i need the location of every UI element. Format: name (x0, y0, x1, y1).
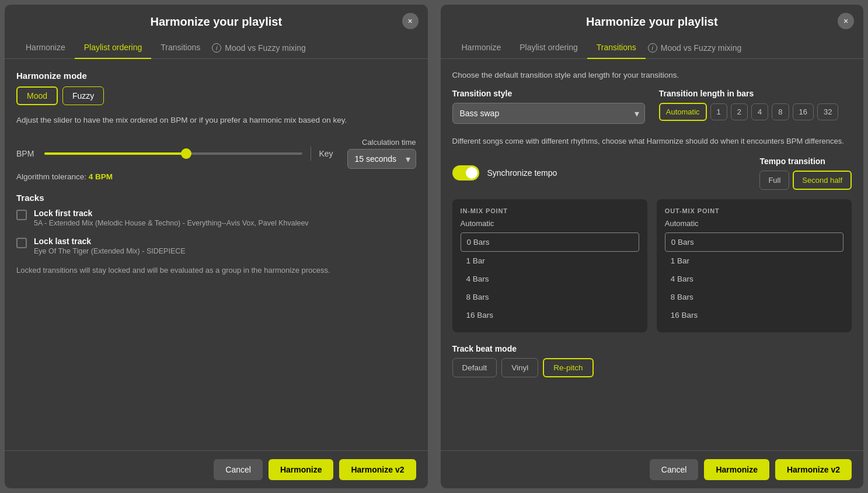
tempo-section: Tempo transition Full Second half (759, 157, 852, 190)
bpm-label: BPM (16, 149, 36, 158)
left-close-button[interactable]: × (402, 13, 419, 29)
left-panel-title: Harmonize your playlist (150, 15, 282, 29)
description-text: Adjust the slider to have the mix ordere… (16, 114, 416, 126)
transition-style-col: Transition style Bass swap Echo out Spin… (452, 89, 645, 124)
left-harmonize-v2-button[interactable]: Harmonize v2 (339, 459, 416, 480)
transition-length-col: Transition length in bars Automatic 1 2 … (659, 89, 852, 121)
calc-time-select[interactable]: 5 seconds 15 seconds 30 seconds 60 secon… (347, 149, 416, 169)
tab-mood-fuzzy-right[interactable]: i Mood vs Fuzzy mixing (646, 37, 744, 58)
bar-btn-1[interactable]: 1 (710, 103, 727, 120)
lock-first-track-item: Lock first track 5A - Extended Mix (Melo… (16, 209, 416, 227)
lock-last-checkbox[interactable] (16, 238, 27, 248)
in-mix-box: IN-MIX POINT Automatic 0 Bars 1 Bar 4 Ba… (452, 199, 647, 332)
out-mix-item-2[interactable]: 4 Bars (665, 270, 843, 288)
out-mix-list: 0 Bars 1 Bar 4 Bars 8 Bars 16 Bars (665, 232, 843, 324)
transition-style-label: Transition style (452, 89, 645, 98)
tab-transitions-right[interactable]: Transitions (587, 37, 646, 59)
lock-last-track-item: Lock last track Eye Of The Tiger (Extend… (16, 237, 416, 255)
mix-points: IN-MIX POINT Automatic 0 Bars 1 Bar 4 Ba… (452, 199, 852, 332)
slider-divider (311, 147, 311, 161)
bar-btn-8[interactable]: 8 (772, 103, 789, 120)
in-mix-item-3[interactable]: 8 Bars (461, 288, 639, 306)
left-panel-footer: Cancel Harmonize Harmonize v2 (5, 450, 428, 488)
right-panel-header: Harmonize your playlist × (441, 5, 864, 37)
in-mix-item-4[interactable]: 16 Bars (461, 306, 639, 324)
intro-text: Choose the default transition style and … (452, 71, 852, 79)
mode-fuzzy-button[interactable]: Fuzzy (62, 86, 104, 105)
mode-mood-button[interactable]: Mood (16, 86, 58, 105)
tempo-transition-label: Tempo transition (759, 157, 852, 166)
bpm-note: Different songs come with different rhyt… (452, 136, 852, 147)
in-mix-item-1[interactable]: 1 Bar (461, 252, 639, 270)
lock-first-subtitle: 5A - Extended Mix (Melodic House & Techn… (34, 219, 309, 227)
tolerance-text: Algorithm tolerance: 4 BPM (16, 172, 416, 181)
right-panel-footer: Cancel Harmonize Harmonize v2 (441, 450, 864, 488)
left-harmonize-button[interactable]: Harmonize (269, 459, 334, 480)
tracks-section: Tracks Lock first track 5A - Extended Mi… (16, 193, 416, 255)
tempo-btn-second-half[interactable]: Second half (793, 171, 852, 190)
beat-mode-section: Track beat mode Default Vinyl Re-pitch (452, 344, 852, 377)
tab-transitions-left[interactable]: Transitions (151, 37, 210, 59)
toggle-thumb (466, 167, 477, 179)
tab-harmonize-left[interactable]: Harmonize (16, 37, 75, 59)
lock-last-info: Lock last track Eye Of The Tiger (Extend… (34, 237, 186, 255)
left-sync: Synchronize tempo (452, 165, 557, 180)
out-mix-item-3[interactable]: 8 Bars (665, 288, 843, 306)
out-mix-item-1[interactable]: 1 Bar (665, 252, 843, 270)
tab-harmonize-right[interactable]: Harmonize (452, 37, 511, 59)
in-mix-item-2[interactable]: 4 Bars (461, 270, 639, 288)
bar-btn-automatic[interactable]: Automatic (659, 103, 707, 121)
right-cancel-button[interactable]: Cancel (650, 459, 699, 480)
in-mix-auto-label: Automatic (461, 219, 639, 228)
sync-tempo-row: Synchronize tempo Tempo transition Full … (452, 157, 852, 190)
right-close-button[interactable]: × (838, 13, 854, 29)
beat-buttons: Default Vinyl Re-pitch (452, 358, 852, 377)
tab-mood-fuzzy-left[interactable]: i Mood vs Fuzzy mixing (210, 37, 308, 58)
beat-btn-default[interactable]: Default (452, 358, 497, 377)
right-panel: Harmonize your playlist × Harmonize Play… (441, 5, 864, 488)
tempo-btn-full[interactable]: Full (759, 171, 789, 190)
bar-btn-4[interactable]: 4 (751, 103, 768, 120)
calc-time-select-wrapper: 5 seconds 15 seconds 30 seconds 60 secon… (347, 149, 416, 169)
beat-btn-vinyl[interactable]: Vinyl (501, 358, 538, 377)
left-panel-header: Harmonize your playlist × (5, 5, 428, 37)
harmonize-mode-label: Harmonize mode (16, 71, 416, 81)
lock-first-checkbox[interactable] (16, 210, 27, 220)
lock-first-info: Lock first track 5A - Extended Mix (Melo… (34, 209, 309, 227)
in-mix-title: IN-MIX POINT (461, 207, 639, 214)
out-mix-item-4[interactable]: 16 Bars (665, 306, 843, 324)
in-mix-item-0[interactable]: 0 Bars (461, 232, 639, 252)
transition-style-select[interactable]: Bass swap Echo out Spinback Fade (452, 103, 645, 124)
transition-style-select-wrapper: Bass swap Echo out Spinback Fade (452, 103, 645, 124)
beat-mode-label: Track beat mode (452, 344, 852, 353)
mode-buttons: Mood Fuzzy (16, 86, 416, 105)
out-mix-item-0[interactable]: 0 Bars (665, 232, 843, 252)
bar-btn-2[interactable]: 2 (731, 103, 748, 120)
calc-time-label: Calculation time (362, 138, 416, 147)
slider-row: BPM Key Calculation time 5 seconds 15 se… (16, 138, 416, 169)
beat-btn-repitch[interactable]: Re-pitch (543, 358, 593, 377)
bars-row: Automatic 1 2 4 8 16 32 (659, 103, 852, 121)
lock-last-title: Lock last track (34, 237, 186, 246)
right-panel-body: Choose the default transition style and … (441, 59, 864, 450)
left-panel-body: Harmonize mode Mood Fuzzy Adjust the sli… (5, 59, 428, 450)
right-panel-title: Harmonize your playlist (586, 15, 718, 29)
out-mix-auto-label: Automatic (665, 219, 843, 228)
right-harmonize-v2-button[interactable]: Harmonize v2 (775, 459, 852, 480)
key-label: Key (319, 149, 339, 158)
bar-btn-32[interactable]: 32 (817, 103, 838, 120)
tolerance-value: 4 BPM (89, 172, 113, 181)
tab-playlist-ordering-left[interactable]: Playlist ordering (75, 37, 152, 59)
bpm-slider[interactable] (44, 152, 302, 155)
tempo-buttons: Full Second half (759, 171, 852, 190)
bar-btn-16[interactable]: 16 (793, 103, 814, 120)
in-mix-list: 0 Bars 1 Bar 4 Bars 8 Bars 16 Bars (461, 232, 639, 324)
tab-playlist-ordering-right[interactable]: Playlist ordering (510, 37, 587, 59)
slider-fill (44, 152, 186, 155)
left-cancel-button[interactable]: Cancel (214, 459, 263, 480)
sync-toggle[interactable] (452, 165, 479, 180)
locked-note: Locked transitions will stay locked and … (16, 265, 416, 276)
out-mix-title: OUT-MIX POINT (665, 207, 843, 214)
tracks-label: Tracks (16, 193, 416, 203)
right-harmonize-button[interactable]: Harmonize (704, 459, 769, 480)
